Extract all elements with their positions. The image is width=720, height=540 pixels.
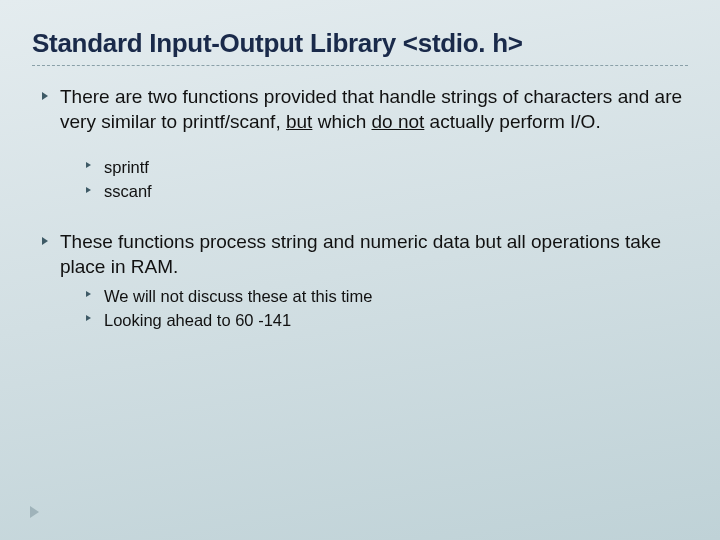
slide-title: Standard Input-Output Library <stdio. h> xyxy=(32,28,688,59)
triangle-bullet-icon xyxy=(86,291,91,297)
next-slide-arrow-icon xyxy=(30,506,39,518)
list-item-text: sscanf xyxy=(104,182,152,200)
list-item: Looking ahead to 60 -141 xyxy=(86,309,688,331)
list-item-text: We will not discuss these at this time xyxy=(104,287,372,305)
list-item: sprintf xyxy=(86,156,688,178)
title-divider xyxy=(32,65,688,66)
triangle-bullet-icon xyxy=(86,315,91,321)
list-item-text: Looking ahead to 60 -141 xyxy=(104,311,291,329)
sub-list: We will not discuss these at this time L… xyxy=(60,285,688,332)
list-item-text: These functions process string and numer… xyxy=(60,231,661,277)
triangle-bullet-icon xyxy=(42,237,48,245)
triangle-bullet-icon xyxy=(86,162,91,168)
list-item: These functions process string and numer… xyxy=(42,229,688,332)
list-item-text: sprintf xyxy=(104,158,149,176)
list-item: We will not discuss these at this time xyxy=(86,285,688,307)
bullet-list: There are two functions provided that ha… xyxy=(32,84,688,331)
list-item-text: There are two functions provided that ha… xyxy=(60,86,682,132)
triangle-bullet-icon xyxy=(86,187,91,193)
list-item: sscanf xyxy=(86,180,688,202)
triangle-bullet-icon xyxy=(42,92,48,100)
sub-list: sprintf sscanf xyxy=(60,156,688,203)
list-item: There are two functions provided that ha… xyxy=(42,84,688,203)
